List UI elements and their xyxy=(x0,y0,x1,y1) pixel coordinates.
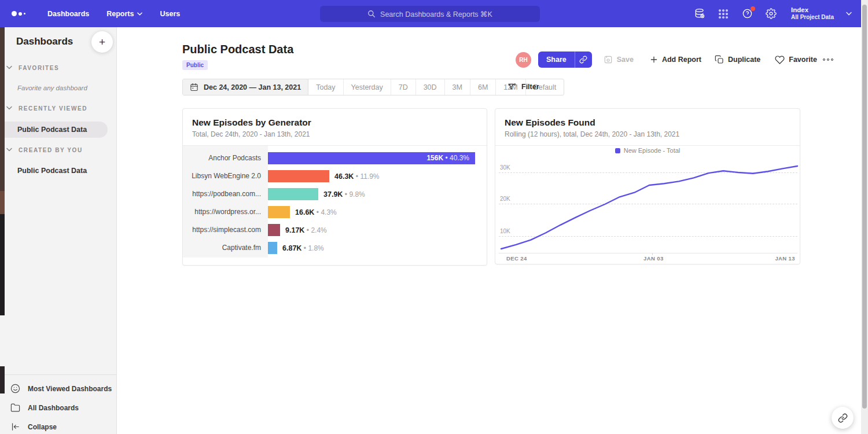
date-range-picker[interactable]: Dec 24, 2020 — Jan 13, 2021 xyxy=(183,79,308,95)
background-window-strip xyxy=(0,191,5,214)
bar-segment[interactable] xyxy=(268,170,329,182)
sidebar-section-recently-viewed[interactable]: RECENTLY VIEWED xyxy=(19,105,87,112)
more-options-button[interactable] xyxy=(823,58,833,61)
sidebar-section-created-by-you[interactable]: CREATED BY YOU xyxy=(19,147,83,153)
preset-today[interactable]: Today xyxy=(308,79,343,95)
nav-item-dashboards[interactable]: Dashboards xyxy=(47,10,89,18)
legend-label: New Episode - Total xyxy=(624,147,681,154)
page-scrollbar-track[interactable] xyxy=(861,0,868,434)
bar-value-label: 9.17K • 2.4% xyxy=(285,226,327,234)
bar-segment[interactable] xyxy=(268,242,277,254)
floating-link-button[interactable] xyxy=(832,407,854,429)
chevron-down-icon[interactable] xyxy=(6,65,12,69)
avatar[interactable]: RH xyxy=(516,52,531,68)
preset-3m[interactable]: 3M xyxy=(445,79,470,95)
filter-funnel-icon xyxy=(507,82,517,91)
save-button[interactable]: Save xyxy=(604,55,634,64)
bar-value-label: 37.9K • 9.8% xyxy=(323,190,365,198)
dashboards-sidebar: Dashboards + FAVORITES Favorite any dash… xyxy=(0,27,117,434)
settings-gear-icon[interactable] xyxy=(765,8,777,20)
collapse-left-icon xyxy=(10,422,20,432)
bar-value-label: 46.3K • 11.9% xyxy=(334,172,380,181)
sidebar-section-favorites[interactable]: FAVORITES xyxy=(19,65,59,71)
x-axis-tick: JAN 13 xyxy=(775,255,795,262)
bar-segment[interactable] xyxy=(268,224,280,236)
data-sources-icon[interactable] xyxy=(694,8,705,20)
bar-row: Libsyn WebEngine 2.046.3K • 11.9% xyxy=(183,167,487,185)
bar-category-label: https://wordpress.or... xyxy=(183,203,261,221)
most-viewed-dashboards-button[interactable]: Most Viewed Dashboards xyxy=(0,379,116,398)
sidebar-title: Dashboards xyxy=(16,36,73,47)
preset-6m[interactable]: 6M xyxy=(470,79,496,95)
chevron-down-icon[interactable] xyxy=(6,148,12,152)
all-dashboards-button[interactable]: All Dashboards xyxy=(0,398,116,417)
footer-item-label: Collapse xyxy=(28,423,57,431)
smile-icon xyxy=(10,384,20,393)
project-scope: All Project Data xyxy=(791,14,834,21)
project-selector[interactable]: Index All Project Data xyxy=(791,6,834,21)
bar-segment[interactable] xyxy=(268,188,318,200)
search-input[interactable]: Search Dashboards & Reports ⌘K xyxy=(320,6,540,22)
chevron-down-icon[interactable] xyxy=(6,106,12,110)
page-scrollbar-thumb[interactable] xyxy=(862,5,867,409)
link-icon xyxy=(579,56,587,64)
sidebar-item-public-podcast-data[interactable]: Public Podcast Data xyxy=(17,167,87,175)
sidebar-footer: Most Viewed Dashboards All Dashboards Co… xyxy=(0,374,116,434)
share-button[interactable]: Share xyxy=(538,52,575,68)
folder-icon xyxy=(10,403,20,413)
search-icon xyxy=(367,10,376,18)
line-chart-card: New Episodes Found Rolling (12 hours), t… xyxy=(495,108,800,264)
bar-category-label: Anchor Podcasts xyxy=(183,149,261,167)
bar-chart-card: New Episodes by Generator Total, Dec 24t… xyxy=(182,108,487,266)
background-window-strip xyxy=(0,366,5,393)
bar-value-label: 156K • 40.3% xyxy=(426,152,469,164)
chevron-down-icon[interactable] xyxy=(846,12,852,16)
sidebar-item-public-podcast-data[interactable]: Public Podcast Data xyxy=(17,126,87,134)
preset-30d[interactable]: 30D xyxy=(416,79,445,95)
duplicate-button[interactable]: Duplicate xyxy=(715,55,760,64)
x-axis-tick: DEC 24 xyxy=(506,255,527,262)
share-link-button[interactable] xyxy=(575,52,592,68)
help-icon[interactable] xyxy=(741,8,753,20)
bar-value-label: 6.87K • 1.8% xyxy=(282,244,324,252)
chart-title: New Episodes Found xyxy=(505,117,595,128)
favorites-empty-text: Favorite any dashboard xyxy=(17,84,87,91)
background-window-strip xyxy=(0,27,5,191)
footer-item-label: All Dashboards xyxy=(28,404,79,412)
legend-swatch xyxy=(615,148,620,153)
bar-category-label: Libsyn WebEngine 2.0 xyxy=(183,167,261,185)
preset-yesterday[interactable]: Yesterday xyxy=(344,79,391,95)
collapse-sidebar-button[interactable]: Collapse xyxy=(0,417,116,434)
notification-badge xyxy=(751,6,755,11)
chart-title: New Episodes by Generator xyxy=(192,117,311,128)
public-badge: Public xyxy=(182,60,208,70)
bar-value-label: 16.6K • 4.3% xyxy=(295,208,337,216)
project-name: Index xyxy=(791,6,834,14)
apps-grid-icon[interactable] xyxy=(718,8,729,20)
line-chart-plot: 30K 20K 10K xyxy=(499,161,797,253)
app-logo-icon[interactable] xyxy=(12,11,25,16)
add-dashboard-button[interactable]: + xyxy=(91,31,113,53)
save-icon xyxy=(604,55,613,64)
nav-item-users[interactable]: Users xyxy=(160,10,180,18)
link-icon xyxy=(838,413,848,423)
background-window-strip xyxy=(0,214,5,315)
bar-row: https://podbean.com...37.9K • 9.8% xyxy=(183,185,487,203)
chart-subtitle: Rolling (12 hours), total, Dec 24th, 202… xyxy=(505,130,679,138)
app-window: Dashboards Reports Users Search Dashboar… xyxy=(0,0,868,434)
filter-button[interactable]: Filter xyxy=(507,82,539,91)
chart-legend[interactable]: New Episode - Total xyxy=(495,147,800,154)
bar-row: Anchor Podcasts156K • 40.3% xyxy=(183,149,487,167)
line-series[interactable] xyxy=(501,166,797,249)
bar-segment[interactable] xyxy=(268,206,290,218)
bar-segment[interactable]: 156K • 40.3% xyxy=(268,152,475,164)
favorite-button[interactable]: Favorite xyxy=(775,55,817,65)
chart-subtitle: Total, Dec 24th, 2020 - Jan 13th, 2021 xyxy=(192,130,310,138)
page-title: Public Podcast Data xyxy=(182,43,293,56)
nav-item-reports[interactable]: Reports xyxy=(106,10,142,18)
preset-7d[interactable]: 7D xyxy=(391,79,416,95)
chevron-down-icon xyxy=(137,12,142,16)
bar-category-label: https://simplecast.com xyxy=(183,221,261,239)
plus-icon xyxy=(650,56,658,64)
add-report-button[interactable]: Add Report xyxy=(650,56,701,64)
